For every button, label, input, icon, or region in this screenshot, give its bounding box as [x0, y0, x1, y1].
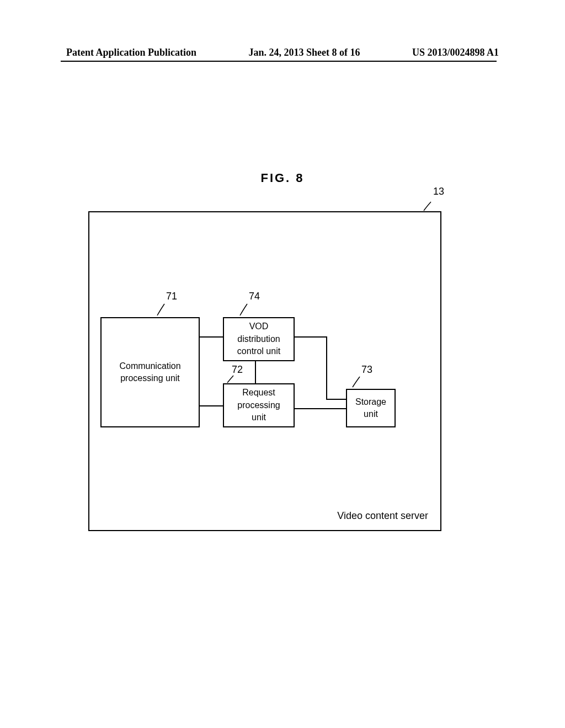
connector-71-to-72 [200, 405, 223, 406]
header-rule [61, 61, 497, 62]
box-74-line2: distribution [237, 333, 280, 345]
connector-71-to-74 [200, 336, 223, 338]
outer-box-video-content-server: Video content server 71 74 72 73 Communi… [88, 211, 441, 531]
figure-label: FIG. 8 [260, 171, 304, 185]
box-74-line1: VOD [249, 320, 269, 333]
leader-line-71 [156, 302, 167, 317]
box-74-line3: control unit [237, 345, 280, 357]
ref-number-73: 73 [361, 364, 372, 376]
box-71-line2: processing unit [120, 372, 180, 384]
header-left-text: Patent Application Publication [66, 47, 196, 58]
diagram: 13 Video content server 71 74 72 73 Comm… [88, 188, 441, 529]
ref-number-13: 13 [433, 186, 444, 197]
box-communication-processing-unit: Communication processing unit [100, 317, 200, 427]
connector-bus-v [326, 336, 327, 400]
box-72-line2: processing [237, 399, 280, 411]
leader-line-74 [238, 302, 249, 317]
box-vod-distribution-control-unit: VOD distribution control unit [223, 317, 295, 361]
box-storage-unit: Storage unit [346, 389, 396, 427]
connector-bus-to-73 [326, 399, 346, 400]
connector-74-to-bus-h [295, 336, 327, 338]
header-center-text: Jan. 24, 2013 Sheet 8 of 16 [249, 47, 360, 58]
ref-number-72: 72 [232, 364, 243, 376]
box-request-processing-unit: Request processing unit [223, 383, 295, 427]
box-71-line1: Communication [119, 360, 180, 372]
connector-72-to-73 [295, 408, 346, 409]
leader-line-73 [351, 376, 361, 389]
connector-74-to-72 [255, 361, 256, 383]
box-73-line2: unit [364, 408, 378, 420]
ref-number-71: 71 [166, 291, 177, 302]
leader-line-13 [422, 200, 433, 212]
ref-number-74: 74 [249, 291, 260, 302]
outer-box-label: Video content server [337, 510, 428, 522]
box-72-line1: Request [242, 387, 275, 399]
header-right-text: US 2013/0024898 A1 [412, 47, 499, 58]
box-72-line3: unit [252, 411, 266, 424]
page-header: Patent Application Publication Jan. 24, … [0, 47, 565, 58]
box-73-line1: Storage [355, 396, 386, 408]
